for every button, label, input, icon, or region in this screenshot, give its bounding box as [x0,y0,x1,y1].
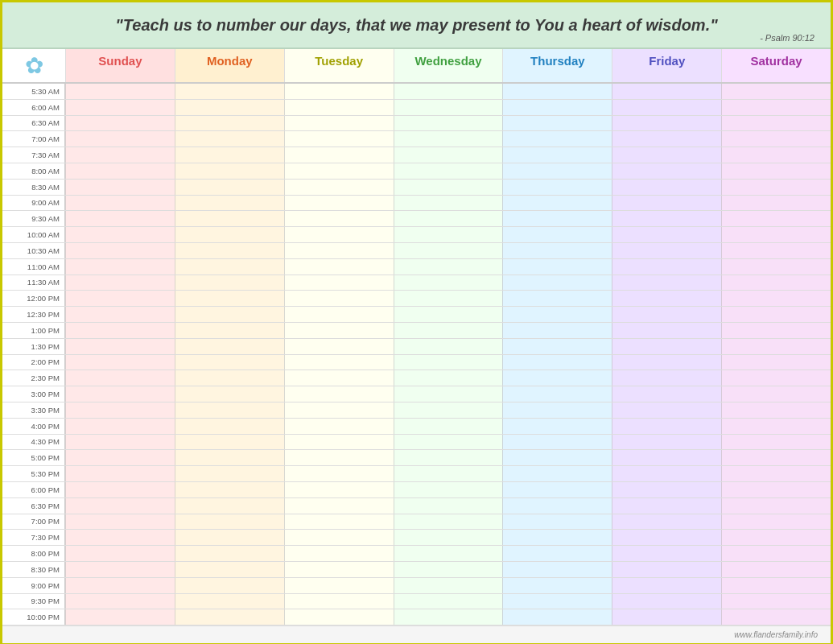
day-cell-tuesday[interactable] [284,482,394,497]
day-cell-wednesday[interactable] [394,275,503,291]
day-cell-tuesday[interactable] [284,386,394,402]
day-cell-tuesday[interactable] [284,402,394,418]
day-cell-saturday[interactable] [721,147,831,163]
day-cell-sunday[interactable] [65,307,175,322]
day-cell-saturday[interactable] [721,339,831,354]
day-cell-tuesday[interactable] [284,307,394,322]
day-cell-tuesday[interactable] [284,116,394,131]
day-cell-friday[interactable] [612,211,721,226]
day-cell-monday[interactable] [175,578,284,593]
day-cell-wednesday[interactable] [394,163,503,179]
day-cell-wednesday[interactable] [394,578,503,593]
day-cell-monday[interactable] [175,450,284,465]
day-cell-friday[interactable] [612,514,721,530]
day-cell-monday[interactable] [175,609,284,625]
day-cell-sunday[interactable] [65,339,175,354]
day-cell-friday[interactable] [612,196,721,211]
day-cell-friday[interactable] [612,84,721,99]
day-cell-friday[interactable] [612,339,721,354]
day-cell-tuesday[interactable] [284,370,394,386]
day-cell-monday[interactable] [175,339,284,354]
day-cell-saturday[interactable] [721,180,831,195]
day-cell-sunday[interactable] [65,562,175,577]
day-cell-friday[interactable] [612,419,721,434]
day-cell-wednesday[interactable] [394,100,503,115]
day-cell-friday[interactable] [612,578,721,593]
day-cell-tuesday[interactable] [284,323,394,338]
day-cell-saturday[interactable] [721,546,831,561]
day-cell-sunday[interactable] [65,370,175,386]
day-cell-sunday[interactable] [65,402,175,418]
day-cell-wednesday[interactable] [394,291,503,306]
day-cell-saturday[interactable] [721,482,831,497]
day-cell-saturday[interactable] [721,100,831,115]
day-cell-thursday[interactable] [502,609,612,625]
day-cell-wednesday[interactable] [394,84,503,99]
day-cell-sunday[interactable] [65,578,175,593]
day-cell-wednesday[interactable] [394,562,503,577]
day-cell-monday[interactable] [175,147,284,163]
day-cell-friday[interactable] [612,259,721,275]
day-cell-wednesday[interactable] [394,609,503,625]
day-cell-friday[interactable] [612,323,721,338]
day-cell-sunday[interactable] [65,355,175,370]
day-cell-monday[interactable] [175,370,284,386]
day-cell-saturday[interactable] [721,291,831,306]
day-cell-friday[interactable] [612,498,721,514]
day-cell-saturday[interactable] [721,275,831,291]
day-cell-thursday[interactable] [502,163,612,179]
day-cell-thursday[interactable] [502,578,612,593]
day-cell-sunday[interactable] [65,435,175,450]
day-cell-friday[interactable] [612,243,721,258]
day-cell-friday[interactable] [612,116,721,131]
day-cell-thursday[interactable] [502,546,612,561]
day-cell-thursday[interactable] [502,84,612,99]
day-cell-friday[interactable] [612,450,721,465]
day-cell-monday[interactable] [175,482,284,497]
day-cell-sunday[interactable] [65,609,175,625]
day-cell-wednesday[interactable] [394,514,503,530]
day-cell-wednesday[interactable] [394,594,503,609]
day-cell-tuesday[interactable] [284,546,394,561]
day-cell-saturday[interactable] [721,370,831,386]
day-cell-thursday[interactable] [502,419,612,434]
day-cell-thursday[interactable] [502,180,612,195]
day-cell-saturday[interactable] [721,498,831,514]
day-cell-wednesday[interactable] [394,196,503,211]
day-cell-saturday[interactable] [721,435,831,450]
day-cell-tuesday[interactable] [284,419,394,434]
day-cell-monday[interactable] [175,131,284,147]
day-cell-monday[interactable] [175,291,284,306]
day-cell-tuesday[interactable] [284,227,394,242]
day-cell-saturday[interactable] [721,307,831,322]
day-cell-friday[interactable] [612,291,721,306]
day-cell-saturday[interactable] [721,402,831,418]
day-cell-tuesday[interactable] [284,100,394,115]
day-cell-sunday[interactable] [65,163,175,179]
day-cell-saturday[interactable] [721,355,831,370]
day-cell-monday[interactable] [175,180,284,195]
day-cell-wednesday[interactable] [394,131,503,147]
day-cell-thursday[interactable] [502,355,612,370]
day-cell-monday[interactable] [175,546,284,561]
day-cell-tuesday[interactable] [284,291,394,306]
day-cell-thursday[interactable] [502,323,612,338]
day-cell-thursday[interactable] [502,435,612,450]
day-cell-wednesday[interactable] [394,530,503,545]
day-cell-thursday[interactable] [502,131,612,147]
day-cell-saturday[interactable] [721,131,831,147]
day-cell-wednesday[interactable] [394,386,503,402]
day-cell-thursday[interactable] [502,498,612,514]
day-cell-wednesday[interactable] [394,227,503,242]
day-cell-wednesday[interactable] [394,339,503,354]
day-cell-monday[interactable] [175,514,284,530]
day-cell-friday[interactable] [612,466,721,481]
day-cell-friday[interactable] [612,609,721,625]
day-cell-thursday[interactable] [502,196,612,211]
day-cell-tuesday[interactable] [284,131,394,147]
day-cell-thursday[interactable] [502,514,612,530]
day-cell-monday[interactable] [175,243,284,258]
day-cell-friday[interactable] [612,435,721,450]
day-cell-saturday[interactable] [721,419,831,434]
day-cell-monday[interactable] [175,323,284,338]
